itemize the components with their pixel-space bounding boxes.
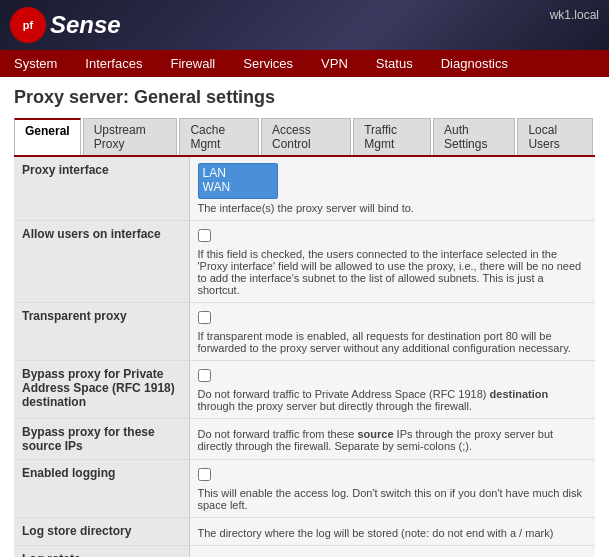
setting-label: Log rotate [14, 546, 189, 558]
setting-description: The interface(s) the proxy server will b… [198, 202, 588, 214]
tab-access-control[interactable]: Access Control [261, 118, 351, 155]
tab-bar: GeneralUpstream ProxyCache MgmtAccess Co… [14, 118, 595, 157]
nav-item-services[interactable]: Services [229, 50, 307, 77]
table-row: Enabled loggingThis will enable the acce… [14, 460, 595, 518]
setting-checkbox-1[interactable] [198, 229, 211, 242]
setting-description: The directory where the log will be stor… [198, 527, 588, 539]
setting-value: Do not forward traffic from these source… [189, 419, 595, 460]
page-title: Proxy server: General settings [14, 87, 595, 108]
setting-description: This will enable the access log. Don't s… [198, 487, 588, 511]
nav-item-status[interactable]: Status [362, 50, 427, 77]
setting-checkbox-2[interactable] [198, 311, 211, 324]
nav-item-firewall[interactable]: Firewall [156, 50, 229, 77]
tab-traffic-mgmt[interactable]: Traffic Mgmt [353, 118, 431, 155]
table-row: Log store directoryThe directory where t… [14, 518, 595, 546]
setting-description: Do not forward traffic to Private Addres… [198, 388, 588, 412]
logo-abbr: pf [23, 19, 33, 31]
setting-value: If this field is checked, the users conn… [189, 221, 595, 303]
setting-value: If transparent mode is enabled, all requ… [189, 303, 595, 361]
table-row: Proxy interfaceLANWANThe interface(s) th… [14, 157, 595, 221]
setting-description: If transparent mode is enabled, all requ… [198, 330, 588, 354]
bold-keyword: source [357, 428, 393, 440]
content-area: Proxy server: General settings GeneralUp… [0, 77, 609, 557]
table-row: Log rotateDefines how many days of logfi… [14, 546, 595, 558]
table-row: Bypass proxy for these source IPsDo not … [14, 419, 595, 460]
header: pf Sense wk1.local [0, 0, 609, 50]
select-option[interactable]: WAN [203, 180, 273, 194]
table-row: Allow users on interfaceIf this field is… [14, 221, 595, 303]
setting-label: Enabled logging [14, 460, 189, 518]
settings-table: Proxy interfaceLANWANThe interface(s) th… [14, 157, 595, 557]
tab-cache-mgmt[interactable]: Cache Mgmt [179, 118, 259, 155]
setting-label: Proxy interface [14, 157, 189, 221]
setting-label: Transparent proxy [14, 303, 189, 361]
setting-label: Bypass proxy for these source IPs [14, 419, 189, 460]
setting-label: Bypass proxy for Private Address Space (… [14, 361, 189, 419]
bold-keyword: destination [490, 388, 549, 400]
nav-item-vpn[interactable]: VPN [307, 50, 362, 77]
nav-item-system[interactable]: System [0, 50, 71, 77]
logo-text: Sense [50, 11, 121, 39]
tab-upstream-proxy[interactable]: Upstream Proxy [83, 118, 178, 155]
hostname: wk1.local [550, 8, 599, 22]
logo-icon: pf [10, 7, 46, 43]
table-row: Transparent proxyIf transparent mode is … [14, 303, 595, 361]
setting-description: Do not forward traffic from these source… [198, 428, 588, 452]
setting-checkbox-5[interactable] [198, 468, 211, 481]
setting-description: If this field is checked, the users conn… [198, 248, 588, 296]
proxy-interface-select[interactable]: LANWAN [198, 163, 278, 199]
setting-label: Allow users on interface [14, 221, 189, 303]
logo-area: pf Sense [10, 7, 121, 43]
select-option[interactable]: LAN [203, 166, 273, 180]
setting-value: LANWANThe interface(s) the proxy server … [189, 157, 595, 221]
table-row: Bypass proxy for Private Address Space (… [14, 361, 595, 419]
setting-value: The directory where the log will be stor… [189, 518, 595, 546]
tab-general[interactable]: General [14, 118, 81, 155]
setting-value: This will enable the access log. Don't s… [189, 460, 595, 518]
tab-local-users[interactable]: Local Users [517, 118, 593, 155]
setting-checkbox-3[interactable] [198, 369, 211, 382]
nav-item-interfaces[interactable]: Interfaces [71, 50, 156, 77]
nav-bar: SystemInterfacesFirewallServicesVPNStatu… [0, 50, 609, 77]
setting-value: Defines how many days of logfiles will b… [189, 546, 595, 558]
nav-item-diagnostics[interactable]: Diagnostics [427, 50, 522, 77]
setting-value: Do not forward traffic to Private Addres… [189, 361, 595, 419]
tab-auth-settings[interactable]: Auth Settings [433, 118, 515, 155]
setting-label: Log store directory [14, 518, 189, 546]
